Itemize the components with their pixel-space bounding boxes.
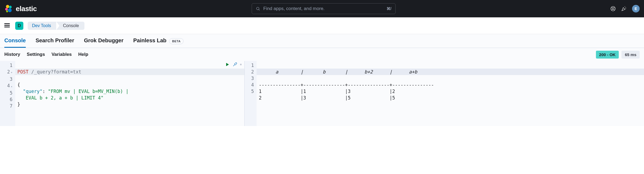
toolbar-right: 200 - OK 65 ms <box>596 51 640 59</box>
search-icon <box>256 7 260 11</box>
user-avatar[interactable]: E <box>632 5 640 12</box>
breadcrumb-console[interactable]: Console <box>56 22 84 30</box>
request-editor[interactable]: 1 2▾ 3 4▴ 5 6 7 POST /_query?format=txt … <box>0 61 245 126</box>
svg-point-0 <box>6 5 9 8</box>
svg-point-5 <box>256 7 259 10</box>
global-search[interactable]: Find apps, content, and more. ⌘/ <box>252 3 396 14</box>
response-gutter: 1 2 3 4 5 <box>245 61 257 126</box>
breadcrumb-devtools[interactable]: Dev Tools <box>28 22 56 30</box>
svg-point-15 <box>626 9 626 9</box>
nav-toggle-button[interactable] <box>4 22 11 29</box>
editor-split: 1 2▾ 3 4▴ 5 6 7 POST /_query?format=txt … <box>0 61 644 126</box>
beta-badge: BETA <box>169 38 184 44</box>
svg-line-12 <box>614 9 615 10</box>
svg-line-6 <box>258 9 259 10</box>
celebrate-icon[interactable] <box>621 6 627 11</box>
svg-line-10 <box>614 7 615 8</box>
more-icon[interactable] <box>240 64 242 65</box>
svg-point-4 <box>6 11 8 12</box>
svg-point-1 <box>9 6 12 8</box>
logo-area[interactable]: elastic <box>4 4 37 13</box>
search-placeholder: Find apps, content, and more. <box>263 6 383 11</box>
request-code[interactable]: POST /_query?format=txt { "query": "FROM… <box>15 61 244 126</box>
svg-point-8 <box>612 8 614 10</box>
breadcrumb-separator <box>56 21 59 30</box>
toolbar-history[interactable]: History <box>4 52 20 57</box>
search-wrap: Find apps, content, and more. ⌘/ <box>37 3 610 14</box>
response-body[interactable]: a | b | b+2 | a+b ---------------+------… <box>257 61 644 126</box>
console-toolbar: History Settings Variables Help 200 - OK… <box>0 48 644 61</box>
svg-line-14 <box>626 7 626 8</box>
toolbar-settings[interactable]: Settings <box>27 52 45 57</box>
tab-search-profiler[interactable]: Search Profiler <box>36 37 74 48</box>
request-gutter: 1 2▾ 3 4▴ 5 6 7 <box>0 61 15 126</box>
run-request-icon[interactable] <box>225 62 230 67</box>
help-icon[interactable] <box>610 6 616 11</box>
tab-grok-debugger[interactable]: Grok Debugger <box>84 37 124 48</box>
response-separator: ---------------+---------------+--------… <box>259 82 434 88</box>
breadcrumb-bar: D Dev Tools Console <box>0 17 644 34</box>
http-method: POST <box>17 69 29 75</box>
svg-point-2 <box>5 8 8 11</box>
response-viewer: 1 2 3 4 5 a | b | b+2 | a+b ------------… <box>245 61 644 126</box>
toolbar-left: History Settings Variables Help <box>4 52 88 57</box>
app-badge[interactable]: D <box>15 22 23 30</box>
toolbar-help[interactable]: Help <box>78 52 88 57</box>
request-path: /_query?format=txt <box>31 69 81 75</box>
search-shortcut: ⌘/ <box>387 7 392 11</box>
svg-point-3 <box>8 8 12 12</box>
header-right: E <box>610 5 640 12</box>
tab-painless-lab-wrap: Painless Lab BETA <box>133 37 184 48</box>
svg-line-13 <box>625 7 625 7</box>
elastic-logo-icon <box>4 4 13 13</box>
response-row: 2 |3 |5 |5 <box>259 95 434 101</box>
line-actions <box>225 62 242 67</box>
response-row: 1 |1 |3 |2 <box>259 89 434 94</box>
brand-name: elastic <box>16 5 37 13</box>
tab-painless-lab[interactable]: Painless Lab <box>133 37 166 48</box>
top-header: elastic Find apps, content, and more. ⌘/… <box>0 0 644 17</box>
tab-console[interactable]: Console <box>4 37 26 48</box>
response-header-row: a | b | b+2 | a+b <box>257 69 644 75</box>
toolbar-variables[interactable]: Variables <box>52 52 72 57</box>
tabs-bar: Console Search Profiler Grok Debugger Pa… <box>0 34 644 48</box>
svg-line-11 <box>611 9 612 10</box>
request-options-icon[interactable] <box>232 62 237 67</box>
response-time-badge: 65 ms <box>621 51 640 59</box>
svg-line-9 <box>611 7 612 8</box>
breadcrumbs: Dev Tools Console <box>28 21 84 30</box>
response-status-badge: 200 - OK <box>596 51 619 59</box>
